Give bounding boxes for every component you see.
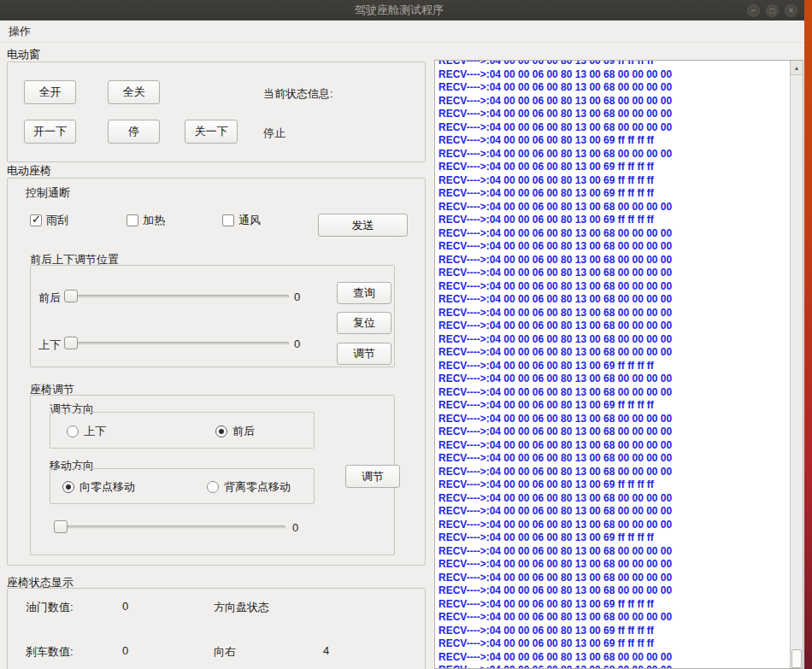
electric-window-group-label: 电动窗	[7, 47, 40, 62]
movement-radio-tozero-label: 向零点移动	[79, 479, 135, 495]
log-line: RECV---->:04 00 00 06 00 80 13 00 68 00 …	[435, 333, 789, 347]
log-line: RECV---->:04 00 00 06 00 80 13 00 68 00 …	[435, 95, 789, 109]
electric-seat-group-label: 电动座椅	[7, 163, 51, 179]
steering-status-label: 方向盘状态	[214, 600, 269, 615]
front-back-slider-groove	[64, 295, 289, 298]
log-scrollbar[interactable]: ▲	[790, 61, 803, 668]
menu-item-operation[interactable]: 操作	[0, 24, 39, 39]
direction-radio-updown-label: 上下	[84, 424, 106, 439]
movement-radio-tozero-circle[interactable]	[62, 481, 74, 493]
send-button[interactable]: 发送	[318, 214, 408, 237]
direction-radio-frontback-label: 前后	[232, 424, 255, 439]
seat-adjust-slider-handle[interactable]	[54, 520, 68, 533]
log-line: RECV---->:04 00 00 06 00 80 13 00 68 00 …	[435, 346, 789, 360]
up-down-slider-value: 0	[294, 337, 300, 350]
log-line: RECV---->:04 00 00 06 00 80 13 00 68 00 …	[435, 280, 789, 294]
open-once-button[interactable]: 开一下	[24, 120, 76, 144]
log-line: RECV---->:04 00 00 06 00 80 13 00 68 00 …	[435, 584, 789, 598]
menu-bar: 操作	[0, 21, 804, 43]
heating-checkbox[interactable]: 加热	[127, 213, 165, 228]
log-line: RECV---->:04 00 00 06 00 80 13 00 69 ff …	[435, 478, 789, 492]
movement-radio-fromzero-label: 背离零点移动	[224, 479, 291, 495]
ventilation-checkbox-box[interactable]	[222, 214, 234, 226]
log-line: RECV---->:04 00 00 06 00 80 13 00 68 00 …	[435, 413, 789, 426]
direction-radio-updown-circle[interactable]	[67, 425, 79, 437]
titlebar[interactable]: 驾驶座舱测试程序 − □ ×	[0, 0, 804, 21]
log-line: RECV---->:04 00 00 06 00 80 13 00 68 00 …	[435, 81, 789, 95]
log-line: RECV---->:04 00 00 06 00 80 13 00 68 00 …	[435, 572, 789, 585]
movement-radio-tozero[interactable]: 向零点移动	[62, 479, 135, 495]
log-line: RECV---->:04 00 00 06 00 80 13 00 68 00 …	[435, 452, 789, 466]
log-line: RECV---->:04 00 00 06 00 80 13 00 69 ff …	[435, 134, 789, 148]
stop-button[interactable]: 停	[108, 120, 160, 144]
log-line: RECV---->:04 00 00 06 00 80 13 00 68 00 …	[435, 227, 789, 241]
log-line: RECV---->:04 00 00 06 00 80 13 00 69 ff …	[435, 625, 789, 638]
log-line: RECV---->:04 00 00 06 00 80 13 00 68 00 …	[435, 201, 789, 214]
log-line: RECV---->:04 00 00 06 00 80 13 00 68 00 …	[435, 148, 789, 161]
query-button[interactable]: 查询	[337, 282, 391, 304]
full-open-button[interactable]: 全开	[24, 80, 76, 104]
full-close-button[interactable]: 全关	[108, 80, 160, 104]
log-line: RECV---->:04 00 00 06 00 80 13 00 68 00 …	[435, 466, 789, 479]
direction-radio-frontback[interactable]: 前后	[215, 424, 255, 439]
scrollbar-thumb[interactable]	[791, 649, 802, 668]
log-line: RECV---->:04 00 00 06 00 80 13 00 68 00 …	[435, 651, 789, 665]
log-line: RECV---->:04 00 00 06 00 80 13 00 68 00 …	[435, 254, 789, 267]
heating-checkbox-box[interactable]	[127, 214, 138, 226]
recv-log-textarea[interactable]: RECV---->:04 00 00 06 00 80 13 00 69 ff …	[434, 60, 803, 669]
log-line: RECV---->:04 00 00 06 00 80 13 00 69 ff …	[435, 399, 789, 413]
brake-label: 刹车数值:	[26, 644, 74, 660]
log-line: RECV---->:04 00 00 06 00 80 13 00 69 ff …	[435, 60, 789, 68]
scroll-up-arrow-icon[interactable]: ▲	[791, 61, 803, 75]
throttle-label: 油门数值:	[26, 600, 74, 615]
up-down-slider-groove	[64, 342, 289, 345]
log-line: RECV---->:04 00 00 06 00 80 13 00 68 00 …	[435, 68, 789, 82]
app-window: 驾驶座舱测试程序 − □ × 操作 电动窗 全开 全关 当前状态信息: 开一下 …	[0, 0, 812, 669]
minimize-icon[interactable]: −	[747, 4, 760, 17]
close-icon[interactable]: ×	[785, 4, 797, 17]
log-line: RECV---->:04 00 00 06 00 80 13 00 68 00 …	[435, 121, 789, 135]
movement-radio-fromzero[interactable]: 背离零点移动	[207, 479, 291, 495]
up-down-slider[interactable]	[64, 337, 289, 350]
direction-radio-frontback-circle[interactable]	[215, 425, 227, 437]
log-line: RECV---->:04 00 00 06 00 80 13 00 68 00 …	[435, 108, 789, 121]
slider-front-back-label: 前后	[38, 290, 61, 306]
steering-direction-value: 向右	[214, 644, 236, 660]
electric-window-groupbox	[7, 62, 426, 162]
front-back-slider[interactable]	[64, 290, 289, 303]
seat-adjust-button[interactable]: 调节	[345, 465, 400, 488]
seat-adjust-slider[interactable]	[54, 520, 285, 534]
steering-angle-value: 4	[323, 644, 329, 657]
log-line: RECV---->:04 00 00 06 00 80 13 00 68 00 …	[435, 320, 789, 333]
log-line: RECV---->:04 00 00 06 00 80 13 00 68 00 …	[435, 373, 789, 386]
seat-adjust-slider-groove	[54, 525, 285, 529]
wiper-checkbox-label: 雨刮	[46, 213, 68, 228]
control-switch-label: 控制通断	[26, 185, 70, 201]
position-adjust-button[interactable]: 调节	[337, 343, 391, 365]
reset-button[interactable]: 复位	[337, 312, 391, 334]
log-line: RECV---->:04 00 00 06 00 80 13 00 68 00 …	[435, 492, 789, 506]
movement-radio-fromzero-circle[interactable]	[207, 481, 219, 493]
ventilation-checkbox-label: 通风	[238, 213, 261, 228]
wiper-checkbox-box[interactable]	[30, 214, 42, 226]
log-line: RECV---->:04 00 00 06 00 80 13 00 68 00 …	[435, 439, 789, 453]
throttle-value: 0	[122, 600, 128, 613]
log-line: RECV---->:04 00 00 06 00 80 13 00 69 ff …	[435, 637, 789, 651]
current-status-label: 当前状态信息:	[263, 86, 333, 102]
close-once-button[interactable]: 关一下	[185, 120, 238, 144]
wiper-checkbox[interactable]: 雨刮	[30, 213, 68, 228]
direction-radio-updown[interactable]: 上下	[67, 424, 106, 439]
log-line: RECV---->:04 00 00 06 00 80 13 00 68 00 …	[435, 664, 789, 669]
front-back-slider-handle[interactable]	[64, 290, 78, 302]
ventilation-checkbox[interactable]: 通风	[222, 213, 261, 228]
maximize-icon[interactable]: □	[766, 4, 779, 17]
heating-checkbox-label: 加热	[143, 213, 165, 228]
up-down-slider-handle[interactable]	[64, 337, 78, 349]
current-status-value: 停止	[263, 126, 285, 141]
log-line: RECV---->:04 00 00 06 00 80 13 00 69 ff …	[435, 187, 789, 201]
log-lines: RECV---->:04 00 00 06 00 80 13 00 69 ff …	[435, 60, 789, 669]
log-line: RECV---->:04 00 00 06 00 80 13 00 68 00 …	[435, 545, 789, 559]
log-line: RECV---->:04 00 00 06 00 80 13 00 69 ff …	[435, 161, 789, 174]
front-back-slider-value: 0	[294, 290, 300, 303]
log-line: RECV---->:04 00 00 06 00 80 13 00 69 ff …	[435, 214, 789, 227]
